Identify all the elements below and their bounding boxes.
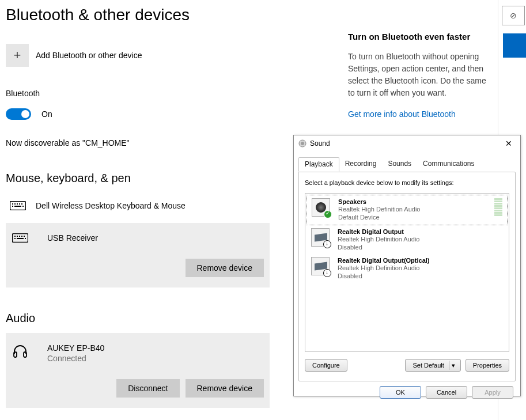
remove-device-button[interactable]: Remove device (186, 259, 264, 277)
svg-point-21 (301, 142, 304, 145)
pb-sub2: Disabled (338, 272, 430, 280)
svg-rect-8 (22, 206, 24, 207)
default-check-icon (324, 210, 332, 218)
svg-rect-19 (24, 352, 27, 357)
ok-button[interactable]: OK (380, 386, 421, 399)
digital-output-icon (311, 257, 330, 275)
digital-output-icon (311, 228, 330, 247)
set-default-button[interactable]: Set Default ▾ (405, 359, 460, 372)
svg-rect-6 (12, 206, 13, 207)
chevron-down-icon: ▾ (449, 361, 458, 370)
usb-receiver-card[interactable]: USB Receiver Remove device (6, 223, 270, 287)
device-name: Dell Wireless Desktop Keyboard & Mouse (36, 201, 186, 210)
pb-sub1: Realtek High Definition Audio (338, 205, 420, 213)
svg-rect-15 (14, 238, 16, 239)
blue-fragment[interactable] (503, 33, 526, 58)
pb-sub2: Default Device (338, 213, 420, 221)
down-arrow-icon (323, 269, 331, 277)
page-title: Bluetooth & other devices (6, 6, 498, 24)
svg-rect-5 (21, 203, 22, 205)
cancel-button[interactable]: Cancel (426, 386, 467, 399)
speaker-device-icon (312, 198, 330, 217)
bluetooth-toggle[interactable] (6, 108, 31, 120)
svg-rect-17 (25, 238, 26, 239)
playback-device-list[interactable]: Speakers Realtek High Definition Audio D… (305, 193, 509, 352)
pb-sub1: Realtek High Definition Audio (338, 264, 430, 272)
pb-sub2: Disabled (338, 243, 419, 251)
level-meter-icon (494, 198, 505, 216)
svg-rect-13 (21, 236, 22, 237)
device-name: USB Receiver (47, 233, 98, 243)
keyboard-icon (12, 233, 29, 243)
svg-rect-7 (14, 206, 21, 207)
svg-rect-11 (17, 236, 18, 237)
pb-name: Realtek Digital Output (338, 228, 419, 235)
svg-rect-16 (17, 238, 24, 239)
aukey-card[interactable]: AUKEY EP-B40 Connected Disconnect Remove… (6, 333, 270, 408)
keyboard-icon (9, 201, 27, 210)
svg-rect-1 (12, 203, 13, 205)
tab-sounds[interactable]: Sounds (382, 157, 417, 172)
set-default-label: Set Default (413, 362, 444, 369)
close-icon: ✕ (505, 139, 512, 148)
add-device-button[interactable]: + (6, 44, 29, 67)
toggle-label: On (41, 109, 52, 119)
down-arrow-icon (323, 240, 331, 248)
tips-link[interactable]: Get more info about Bluetooth (348, 109, 486, 119)
svg-rect-12 (19, 236, 20, 237)
remove-device-button[interactable]: Remove device (186, 379, 264, 398)
svg-rect-10 (14, 236, 16, 237)
device-name: AUKEY EP-B40 (47, 343, 104, 353)
apply-button[interactable]: Apply (472, 386, 513, 399)
disconnect-button[interactable]: Disconnect (116, 379, 179, 398)
sound-icon (298, 139, 306, 147)
properties-button[interactable]: Properties (466, 359, 509, 372)
dialog-titlebar[interactable]: Sound ✕ (294, 135, 520, 152)
pb-name: Speakers (338, 198, 420, 205)
pb-sub1: Realtek High Definition Audio (338, 235, 419, 243)
sound-dialog: Sound ✕ Playback Recording Sounds Commun… (293, 135, 521, 396)
tips-body: To turn on Bluetooth without opening Set… (348, 51, 486, 99)
svg-rect-14 (24, 236, 25, 237)
pane-prompt: Select a playback device below to modify… (305, 179, 509, 186)
svg-rect-3 (17, 203, 18, 205)
playback-item-speakers[interactable]: Speakers Realtek High Definition Audio D… (306, 195, 508, 225)
headphones-icon (12, 343, 29, 360)
svg-rect-4 (19, 203, 20, 205)
tab-playback[interactable]: Playback (298, 157, 339, 172)
dialog-title: Sound (310, 139, 330, 147)
device-status: Connected (47, 354, 104, 363)
device-row-speakers[interactable]: Speakers (Realtek High Definition Audio) (6, 417, 498, 420)
tips-title: Turn on Bluetooth even faster (348, 32, 486, 41)
tab-communications[interactable]: Communications (417, 157, 480, 172)
search-fragment[interactable]: ⊘ (502, 6, 525, 25)
pb-name: Realtek Digital Output(Optical) (338, 257, 430, 264)
playback-item-optical[interactable]: Realtek Digital Output(Optical) Realtek … (306, 254, 508, 283)
plus-icon: + (14, 48, 21, 63)
tab-recording[interactable]: Recording (339, 157, 383, 172)
svg-rect-18 (14, 352, 17, 357)
configure-button[interactable]: Configure (305, 359, 347, 372)
add-device-label: Add Bluetooth or other device (36, 51, 142, 60)
svg-rect-2 (14, 203, 16, 205)
close-button[interactable]: ✕ (502, 139, 516, 148)
playback-item-digital[interactable]: Realtek Digital Output Realtek High Defi… (306, 225, 508, 255)
